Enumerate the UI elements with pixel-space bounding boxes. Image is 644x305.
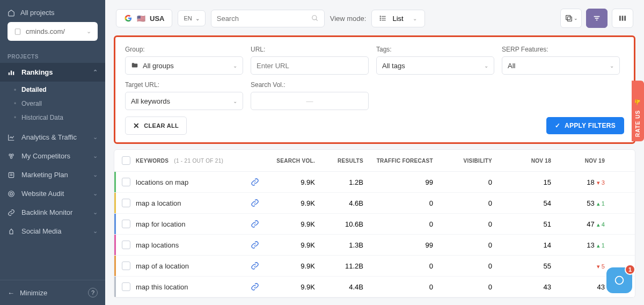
projects-heading: PROJECTS	[0, 47, 105, 63]
check-icon: ✓	[555, 122, 560, 129]
thumbs-up-icon: 👍	[635, 99, 641, 106]
table-row[interactable]: locations on map9.9K1.2B9901518▾ 3	[114, 172, 635, 193]
language-selector[interactable]: EN ⌄	[178, 10, 205, 26]
group-label: Group:	[125, 46, 243, 53]
home-icon	[8, 9, 15, 17]
svg-point-19	[380, 18, 381, 18]
search-vol-label: Search Vol.:	[251, 81, 369, 89]
nav-item-5[interactable]: Social Media⌄	[0, 222, 105, 241]
nav-item-2[interactable]: Marketing Plan⌄	[0, 165, 105, 184]
nav-item-3[interactable]: Website Audit⌄	[0, 184, 105, 203]
help-icon[interactable]: ?	[88, 288, 98, 297]
rate-us-tab[interactable]: RATE US 👍	[632, 81, 644, 141]
chevron-down-icon: ⌄	[484, 63, 488, 69]
chevron-down-icon: ⌄	[93, 152, 98, 159]
all-projects-label: All projects	[20, 9, 55, 17]
chevron-down-icon: ⌄	[233, 63, 237, 69]
chat-button[interactable]: 1	[606, 267, 632, 293]
serp-label: SERP Features:	[502, 46, 620, 53]
svg-rect-27	[622, 16, 624, 20]
row-checkbox[interactable]	[122, 262, 130, 270]
google-icon	[124, 14, 133, 23]
filter-icon	[592, 14, 601, 23]
svg-rect-1	[9, 72, 10, 75]
svg-point-6	[10, 156, 12, 158]
group-select[interactable]: All groups ⌄	[125, 56, 243, 75]
tags-label: Tags:	[376, 46, 494, 53]
view-mode-selector[interactable]: List ⌄	[371, 10, 425, 27]
nav-icon	[8, 152, 15, 160]
target-url-select[interactable]: All keywords ⌄	[125, 92, 243, 110]
target-url-label: Target URL:	[125, 81, 243, 89]
keyword-text: map for location	[136, 220, 186, 228]
rankings-icon	[8, 69, 15, 76]
country-selector[interactable]: 🇺🇸 USA	[116, 9, 172, 27]
svg-rect-3	[13, 71, 14, 75]
link-icon[interactable]	[251, 178, 259, 186]
url-label: URL:	[251, 46, 369, 53]
search-input[interactable]	[217, 14, 307, 23]
project-selector[interactable]: cminds.com/ ⌄	[8, 22, 98, 41]
copy-icon	[565, 14, 573, 23]
chevron-down-icon: ⌄	[86, 28, 91, 35]
search-vol-range[interactable]: —	[251, 92, 369, 110]
table-row[interactable]: map for location9.9K10.6B005147▴ 4	[114, 214, 635, 235]
nav-item-0[interactable]: Analytics & Traffic⌄	[0, 128, 105, 147]
copy-view-button[interactable]: ⌄	[560, 9, 582, 28]
columns-view-button[interactable]	[612, 9, 633, 28]
chevron-down-icon: ⌄	[413, 16, 417, 21]
link-icon[interactable]	[251, 220, 259, 228]
filters-panel: Group: All groups ⌄ URL: Tags: All tags …	[114, 35, 635, 144]
subnav-overall[interactable]: Overall	[0, 97, 105, 111]
nav-item-1[interactable]: My Competitors⌄	[0, 147, 105, 165]
row-checkbox[interactable]	[122, 220, 130, 228]
svg-point-13	[312, 16, 316, 20]
project-name: cminds.com/	[26, 27, 65, 35]
select-all-checkbox[interactable]	[122, 156, 130, 165]
chevron-down-icon: ⌄	[93, 134, 98, 141]
url-input-wrapper[interactable]	[251, 56, 369, 75]
keyword-text: map a location	[136, 199, 181, 207]
view-mode-label: View mode:	[330, 14, 367, 23]
svg-point-4	[9, 154, 11, 156]
chevron-down-icon: ⌄	[195, 16, 200, 21]
table-row[interactable]: map this location9.9K4.4B004343	[114, 277, 635, 297]
svg-rect-22	[566, 16, 570, 20]
clear-all-button[interactable]: ✕ CLEAR ALL	[125, 117, 187, 135]
link-icon[interactable]	[251, 241, 259, 249]
url-input[interactable]	[257, 62, 363, 70]
row-checkbox[interactable]	[122, 282, 130, 291]
svg-point-20	[380, 20, 381, 20]
nav-icon	[8, 171, 15, 179]
serp-select[interactable]: All ⌄	[502, 56, 620, 75]
subnav-historical[interactable]: Historical Data	[0, 111, 105, 125]
link-icon[interactable]	[251, 282, 259, 291]
nav-rankings[interactable]: Rankings ⌃	[0, 63, 105, 82]
minimize-button[interactable]: ← Minimize ?	[0, 280, 105, 305]
keywords-table: KEYWORDS (1 - 21 OUT OF 21) SEARCH VOL. …	[114, 149, 635, 298]
doc-icon	[14, 28, 21, 35]
keyword-text: locations on map	[136, 178, 188, 186]
filter-view-button[interactable]	[586, 9, 608, 28]
search-icon	[311, 14, 319, 22]
table-row[interactable]: map locations9.9K1.3B9901413▴ 1	[114, 235, 635, 256]
nav-item-4[interactable]: Backlink Monitor⌄	[0, 203, 105, 222]
table-row[interactable]: map a location9.9K4.6B005453▴ 1	[114, 193, 635, 214]
row-checkbox[interactable]	[122, 178, 130, 186]
row-checkbox[interactable]	[122, 199, 130, 207]
subnav-detailed[interactable]: Detailed	[0, 83, 105, 97]
chevron-down-icon: ⌄	[93, 171, 98, 178]
tags-select[interactable]: All tags ⌄	[376, 56, 494, 75]
nav-icon	[8, 134, 15, 141]
apply-filters-button[interactable]: ✓ APPLY FILTERS	[546, 117, 624, 134]
link-icon[interactable]	[251, 199, 259, 207]
svg-point-10	[9, 191, 14, 197]
table-row[interactable]: map of a location9.9K11.2B0055▾ 5	[114, 256, 635, 277]
link-icon[interactable]	[251, 262, 259, 270]
nav-icon	[8, 209, 15, 216]
search-input-wrapper[interactable]	[211, 10, 325, 27]
svg-rect-28	[624, 16, 626, 20]
all-projects-link[interactable]: All projects	[8, 6, 98, 22]
flag-icon: 🇺🇸	[137, 14, 145, 23]
row-checkbox[interactable]	[122, 241, 130, 249]
